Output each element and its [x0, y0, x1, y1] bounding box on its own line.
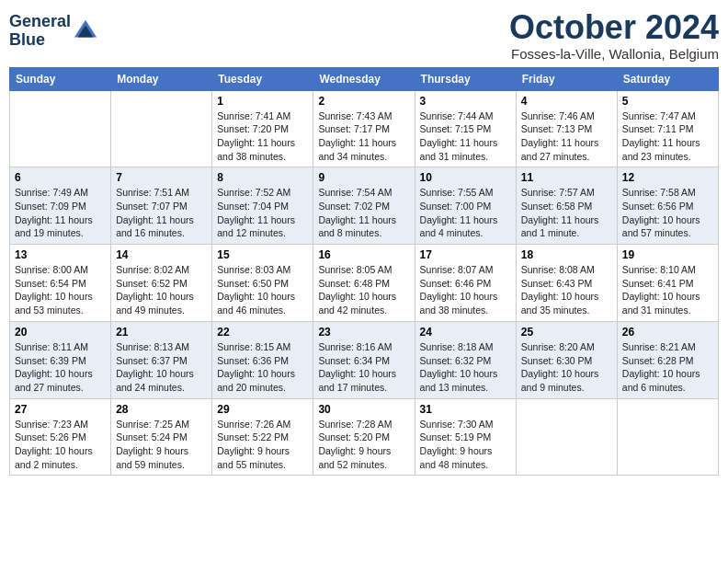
calendar-cell: 6Sunrise: 7:49 AM Sunset: 7:09 PM Daylig… [10, 167, 111, 245]
day-number: 26 [622, 326, 713, 339]
calendar-cell: 12Sunrise: 7:58 AM Sunset: 6:56 PM Dayli… [617, 167, 718, 245]
day-info: Sunrise: 7:30 AM Sunset: 5:19 PM Dayligh… [420, 418, 511, 472]
location: Fosses-la-Ville, Wallonia, Belgium [509, 46, 719, 62]
day-info: Sunrise: 7:47 AM Sunset: 7:11 PM Dayligh… [622, 109, 713, 164]
day-number: 10 [420, 171, 511, 184]
calendar-cell: 2Sunrise: 7:43 AM Sunset: 7:17 PM Daylig… [313, 90, 415, 167]
day-info: Sunrise: 7:28 AM Sunset: 5:20 PM Dayligh… [318, 418, 409, 472]
day-number: 5 [622, 95, 713, 108]
day-number: 11 [521, 171, 612, 184]
day-info: Sunrise: 7:54 AM Sunset: 7:02 PM Dayligh… [318, 186, 409, 240]
calendar-cell: 5Sunrise: 7:47 AM Sunset: 7:11 PM Daylig… [617, 90, 718, 167]
day-number: 21 [116, 326, 207, 339]
header-day: Thursday [415, 67, 516, 90]
calendar-cell: 18Sunrise: 8:08 AM Sunset: 6:43 PM Dayli… [516, 245, 617, 322]
header-day: Sunday [10, 67, 111, 90]
calendar-cell: 29Sunrise: 7:26 AM Sunset: 5:22 PM Dayli… [212, 398, 313, 476]
day-info: Sunrise: 7:58 AM Sunset: 6:56 PM Dayligh… [622, 186, 713, 240]
calendar-week: 1Sunrise: 7:41 AM Sunset: 7:20 PM Daylig… [10, 90, 719, 167]
day-number: 28 [116, 403, 207, 416]
calendar-cell: 31Sunrise: 7:30 AM Sunset: 5:19 PM Dayli… [415, 398, 516, 476]
day-number: 6 [15, 171, 106, 184]
calendar-cell: 15Sunrise: 8:03 AM Sunset: 6:50 PM Dayli… [212, 245, 313, 322]
calendar-cell: 14Sunrise: 8:02 AM Sunset: 6:52 PM Dayli… [111, 245, 212, 322]
day-info: Sunrise: 7:55 AM Sunset: 7:00 PM Dayligh… [420, 186, 511, 240]
calendar-cell: 20Sunrise: 8:11 AM Sunset: 6:39 PM Dayli… [10, 321, 111, 398]
logo-text: GeneralBlue [9, 13, 71, 50]
calendar-cell: 28Sunrise: 7:25 AM Sunset: 5:24 PM Dayli… [111, 398, 212, 476]
day-number: 23 [318, 326, 409, 339]
day-number: 30 [318, 403, 409, 416]
day-number: 12 [622, 171, 713, 184]
calendar-cell: 8Sunrise: 7:52 AM Sunset: 7:04 PM Daylig… [212, 167, 313, 245]
header-day: Tuesday [212, 67, 313, 90]
day-number: 2 [318, 95, 409, 108]
day-number: 17 [420, 248, 511, 261]
day-number: 24 [420, 326, 511, 339]
day-info: Sunrise: 7:41 AM Sunset: 7:20 PM Dayligh… [217, 109, 308, 164]
calendar-header: SundayMondayTuesdayWednesdayThursdayFrid… [10, 67, 719, 90]
day-info: Sunrise: 8:21 AM Sunset: 6:28 PM Dayligh… [622, 340, 713, 395]
day-number: 14 [116, 248, 207, 261]
day-number: 7 [116, 171, 207, 184]
header-day: Monday [111, 67, 212, 90]
logo: GeneralBlue [9, 13, 98, 50]
day-info: Sunrise: 8:13 AM Sunset: 6:37 PM Dayligh… [116, 340, 207, 395]
day-info: Sunrise: 7:44 AM Sunset: 7:15 PM Dayligh… [420, 109, 511, 164]
day-info: Sunrise: 7:23 AM Sunset: 5:26 PM Dayligh… [15, 418, 106, 472]
day-info: Sunrise: 8:10 AM Sunset: 6:41 PM Dayligh… [622, 263, 713, 317]
day-info: Sunrise: 8:07 AM Sunset: 6:46 PM Dayligh… [420, 263, 511, 317]
calendar-cell: 26Sunrise: 8:21 AM Sunset: 6:28 PM Dayli… [617, 321, 718, 398]
calendar-cell: 4Sunrise: 7:46 AM Sunset: 7:13 PM Daylig… [516, 90, 617, 167]
calendar-cell: 21Sunrise: 8:13 AM Sunset: 6:37 PM Dayli… [111, 321, 212, 398]
calendar-cell [111, 90, 212, 167]
calendar-week: 6Sunrise: 7:49 AM Sunset: 7:09 PM Daylig… [10, 167, 719, 245]
page-header: GeneralBlue October 2024 Fosses-la-Ville… [9, 9, 719, 62]
day-number: 9 [318, 171, 409, 184]
title-block: October 2024 Fosses-la-Ville, Wallonia, … [509, 9, 719, 62]
day-info: Sunrise: 7:57 AM Sunset: 6:58 PM Dayligh… [521, 186, 612, 240]
calendar-cell: 30Sunrise: 7:28 AM Sunset: 5:20 PM Dayli… [313, 398, 415, 476]
day-number: 19 [622, 248, 713, 261]
day-info: Sunrise: 7:49 AM Sunset: 7:09 PM Dayligh… [15, 186, 106, 240]
header-day: Wednesday [313, 67, 415, 90]
day-number: 25 [521, 326, 612, 339]
day-info: Sunrise: 8:11 AM Sunset: 6:39 PM Dayligh… [15, 340, 106, 395]
calendar-body: 1Sunrise: 7:41 AM Sunset: 7:20 PM Daylig… [10, 90, 719, 476]
day-number: 8 [217, 171, 308, 184]
calendar-cell: 3Sunrise: 7:44 AM Sunset: 7:15 PM Daylig… [415, 90, 516, 167]
day-info: Sunrise: 7:51 AM Sunset: 7:07 PM Dayligh… [116, 186, 207, 240]
calendar-cell: 19Sunrise: 8:10 AM Sunset: 6:41 PM Dayli… [617, 245, 718, 322]
day-number: 1 [217, 95, 308, 108]
day-info: Sunrise: 8:08 AM Sunset: 6:43 PM Dayligh… [521, 263, 612, 317]
calendar-week: 20Sunrise: 8:11 AM Sunset: 6:39 PM Dayli… [10, 321, 719, 398]
calendar-cell: 16Sunrise: 8:05 AM Sunset: 6:48 PM Dayli… [313, 245, 415, 322]
day-number: 27 [15, 403, 106, 416]
month-title: October 2024 [509, 9, 719, 46]
calendar-cell [10, 90, 111, 167]
calendar-week: 13Sunrise: 8:00 AM Sunset: 6:54 PM Dayli… [10, 245, 719, 322]
calendar-cell: 13Sunrise: 8:00 AM Sunset: 6:54 PM Dayli… [10, 245, 111, 322]
calendar-table: SundayMondayTuesdayWednesdayThursdayFrid… [9, 67, 719, 477]
calendar-cell: 24Sunrise: 8:18 AM Sunset: 6:32 PM Dayli… [415, 321, 516, 398]
day-number: 13 [15, 248, 106, 261]
day-number: 16 [318, 248, 409, 261]
calendar-cell: 9Sunrise: 7:54 AM Sunset: 7:02 PM Daylig… [313, 167, 415, 245]
header-day: Saturday [617, 67, 718, 90]
calendar-cell [617, 398, 718, 476]
day-info: Sunrise: 7:26 AM Sunset: 5:22 PM Dayligh… [217, 418, 308, 472]
calendar-cell: 11Sunrise: 7:57 AM Sunset: 6:58 PM Dayli… [516, 167, 617, 245]
calendar-week: 27Sunrise: 7:23 AM Sunset: 5:26 PM Dayli… [10, 398, 719, 476]
day-number: 18 [521, 248, 612, 261]
logo-icon [73, 18, 98, 44]
day-info: Sunrise: 8:02 AM Sunset: 6:52 PM Dayligh… [116, 263, 207, 317]
calendar-cell: 17Sunrise: 8:07 AM Sunset: 6:46 PM Dayli… [415, 245, 516, 322]
day-info: Sunrise: 7:52 AM Sunset: 7:04 PM Dayligh… [217, 186, 308, 240]
day-number: 4 [521, 95, 612, 108]
day-info: Sunrise: 8:15 AM Sunset: 6:36 PM Dayligh… [217, 340, 308, 395]
day-info: Sunrise: 7:25 AM Sunset: 5:24 PM Dayligh… [116, 418, 207, 472]
day-info: Sunrise: 8:16 AM Sunset: 6:34 PM Dayligh… [318, 340, 409, 395]
day-number: 15 [217, 248, 308, 261]
day-info: Sunrise: 7:46 AM Sunset: 7:13 PM Dayligh… [521, 109, 612, 164]
day-number: 20 [15, 326, 106, 339]
